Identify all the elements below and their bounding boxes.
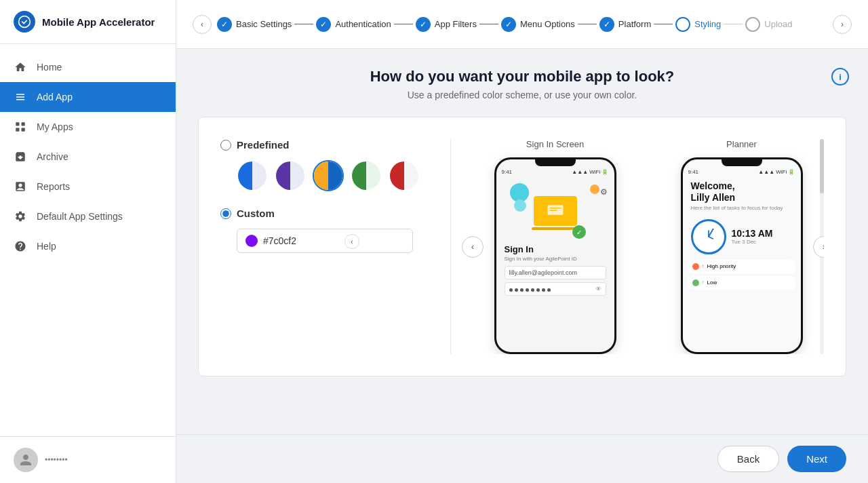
sidebar-item-add-app[interactable]: Add App [0,82,176,112]
step-app-filters[interactable]: ✓ App Filters [416,17,477,32]
signin-password-input: 👁 [505,282,606,296]
swatch-3[interactable] [313,160,344,191]
preview-scrollbar-thumb [820,139,824,193]
password-eye-icon: 👁 [595,286,601,292]
stepper-steps: ✓ Basic Settings ✓ Authentication ✓ App … [212,17,833,32]
high-priority-indicator [692,263,699,270]
predefined-label[interactable]: Predefined [237,139,290,151]
connector-6 [724,24,743,24]
my-apps-icon [14,120,27,134]
planner-status-bar: 9:41 ▲▲▲ WiFi 🔋 [683,168,801,175]
step-menu-options-icon: ✓ [501,17,516,32]
sidebar-item-help[interactable]: Help [0,231,176,261]
footer-bar: Back Next [176,434,868,483]
svg-point-0 [19,16,31,28]
planner-preview: Planner 9:41 ▲▲▲ WiFi 🔋 Welcome,Lilly Al… [659,139,824,354]
checkmark-circle: ✓ [572,225,586,239]
clock-date: Tue 3 Dec [732,239,773,245]
step-menu-options[interactable]: ✓ Menu Options [501,17,575,32]
swatch-4[interactable] [351,160,382,191]
sidebar-item-add-app-label: Add App [37,92,73,102]
custom-radio[interactable] [220,208,231,219]
task-arrow-up: ↑ [702,263,705,269]
planner-time: 9:41 [688,169,699,175]
step-basic-settings[interactable]: ✓ Basic Settings [217,17,292,32]
help-icon [14,239,27,253]
signin-title: Sign In [505,244,606,254]
info-icon-button[interactable]: i [831,68,849,85]
sidebar-item-my-apps[interactable]: My Apps [0,112,176,142]
footer-user-text: •••••••• [45,455,68,465]
options-panel: Predefined [220,139,451,354]
step-platform[interactable]: ✓ Platform [599,17,651,32]
main-area: ‹ ‹ ✓ Basic Settings ✓ Authentication ✓ … [176,0,868,483]
sidebar-item-reports[interactable]: Reports [0,172,176,201]
dot-3 [520,288,524,292]
signin-phone-frame: 9:41 ▲▲▲ WiFi 🔋 ⚙ [494,157,616,354]
step-upload-label: Upload [764,19,792,29]
sidebar-item-home-label: Home [37,62,62,73]
connector-2 [394,24,413,24]
step-upload[interactable]: Upload [745,17,792,32]
collapse-sidebar-button[interactable]: ‹ [344,234,359,249]
signin-content: ⚙ [496,175,614,304]
color-dot [245,235,258,247]
sidebar-nav: Home Add App My Apps Archive Reports [0,44,176,436]
signin-illustration: ✓ [505,180,606,242]
stepper-prev-button[interactable]: ‹ [193,15,212,34]
sidebar-item-default-app-settings[interactable]: Default App Settings [0,201,176,231]
color-swatches [237,160,429,191]
stepper-next-button[interactable]: › [833,15,852,34]
signin-laptop-icon [534,196,577,226]
predefined-radio-row: Predefined [220,139,429,151]
sidebar-item-home[interactable]: Home [0,52,176,82]
svg-rect-5 [547,205,563,214]
predefined-group: Predefined [220,139,429,191]
sidebar-footer: •••••••• [0,436,176,483]
svg-rect-1 [16,122,19,125]
custom-label[interactable]: Custom [237,208,275,219]
planner-signal: ▲▲▲ WiFi 🔋 [758,169,795,175]
color-hex-input[interactable] [263,235,404,246]
signin-email-input: lilly.allen@agilepoint.com [505,266,606,279]
swatch-1[interactable] [237,160,268,191]
step-authentication[interactable]: ✓ Authentication [316,17,391,32]
step-platform-icon: ✓ [599,17,614,32]
avatar [14,448,38,472]
dot-4 [526,288,529,292]
signin-signal: ▲▲▲ WiFi 🔋 [572,169,608,175]
carousel-prev-button[interactable]: ‹ [462,236,484,258]
sidebar-item-archive[interactable]: Archive [0,142,176,172]
swatch-5[interactable] [389,160,420,191]
sidebar-item-my-apps-label: My Apps [37,121,73,132]
custom-group: Custom [220,208,429,253]
content-area: i How do you want your mobile app to loo… [176,49,868,434]
task-row-low: ↑ Low [688,276,795,290]
clock-face [691,219,726,254]
sidebar: Mobile App Accelerator Home Add App My A… [0,0,176,483]
step-styling[interactable]: Styling [675,17,721,32]
step-basic-settings-icon: ✓ [217,17,232,32]
sidebar-item-reports-label: Reports [37,181,70,192]
color-input-box[interactable] [237,229,413,253]
predefined-radio[interactable] [220,140,231,151]
settings-icon [14,210,27,223]
step-upload-icon [745,17,760,32]
custom-radio-row: Custom [220,208,429,219]
next-button[interactable]: Next [787,446,846,472]
svg-line-9 [709,237,713,239]
back-button[interactable]: Back [717,446,779,472]
task-low-label: Low [707,279,717,286]
app-logo [14,11,35,33]
step-basic-settings-label: Basic Settings [236,19,292,29]
step-menu-options-label: Menu Options [520,19,575,29]
connector-4 [578,24,597,24]
step-authentication-icon: ✓ [316,17,331,32]
svg-rect-4 [22,128,25,132]
sidebar-item-archive-label: Archive [37,151,68,162]
page-subtitle: Use a predefined color scheme, or use yo… [198,90,846,100]
connector-1 [294,24,313,24]
swatch-2[interactable] [275,160,306,191]
sidebar-item-default-app-settings-label: Default App Settings [37,211,123,222]
sidebar-item-help-label: Help [37,241,56,252]
